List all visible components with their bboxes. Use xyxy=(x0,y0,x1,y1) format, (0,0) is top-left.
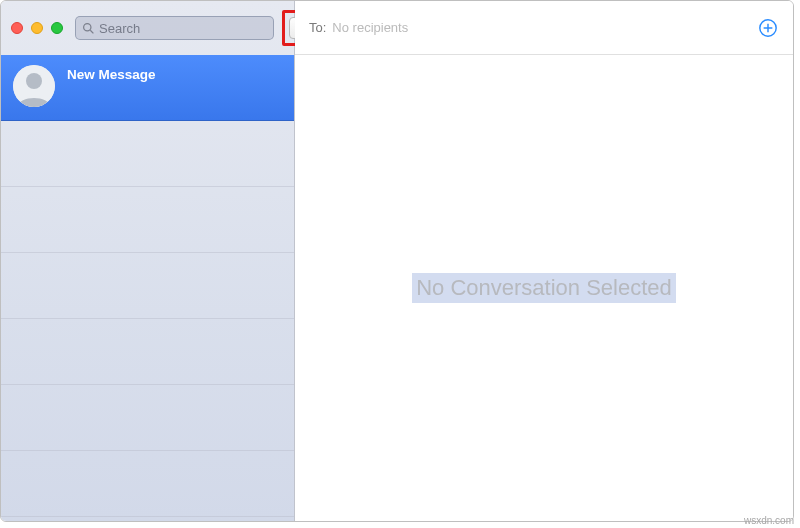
to-field-row: To: No recipients xyxy=(295,1,793,55)
window-controls xyxy=(11,22,63,34)
conversation-list: New Message xyxy=(1,55,294,521)
svg-point-0 xyxy=(84,23,91,30)
watermark: wsxdn.com xyxy=(744,515,794,526)
list-item xyxy=(1,319,294,385)
empty-state-text: No Conversation Selected xyxy=(412,273,676,303)
avatar-placeholder-icon xyxy=(13,65,55,107)
list-item xyxy=(1,451,294,517)
main-pane: To: No recipients No Conversation Select… xyxy=(295,1,793,521)
messages-window: New Message To: No recipients xyxy=(0,0,794,522)
avatar xyxy=(13,65,55,107)
list-item xyxy=(1,187,294,253)
recipients-input[interactable]: No recipients xyxy=(332,20,751,35)
sidebar: New Message xyxy=(1,1,295,521)
search-field[interactable] xyxy=(75,16,274,40)
conversation-body: No Conversation Selected xyxy=(295,55,793,521)
minimize-window-button[interactable] xyxy=(31,22,43,34)
to-label: To: xyxy=(309,20,326,35)
window-content: New Message To: No recipients xyxy=(1,1,793,521)
titlebar xyxy=(1,1,294,55)
search-input[interactable] xyxy=(99,21,267,36)
list-item xyxy=(1,121,294,187)
plus-circle-icon xyxy=(758,18,778,38)
svg-line-1 xyxy=(90,30,93,33)
add-recipient-button[interactable] xyxy=(757,17,779,39)
conversation-title: New Message xyxy=(67,67,156,82)
maximize-window-button[interactable] xyxy=(51,22,63,34)
svg-point-4 xyxy=(26,73,42,89)
conversation-item[interactable]: New Message xyxy=(1,55,294,121)
close-window-button[interactable] xyxy=(11,22,23,34)
list-item xyxy=(1,253,294,319)
list-item xyxy=(1,385,294,451)
search-icon xyxy=(82,22,95,35)
